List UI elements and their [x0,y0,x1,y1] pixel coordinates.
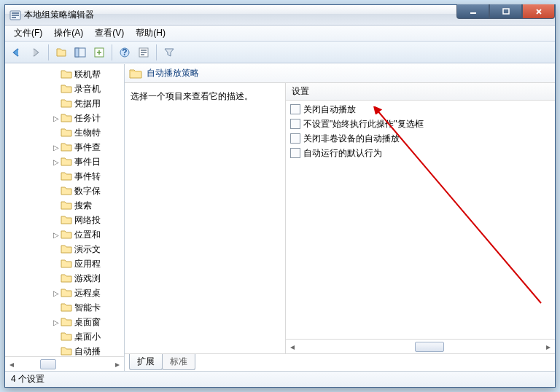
minimize-button[interactable] [456,4,489,19]
forward-button[interactable] [27,44,44,61]
tree-item[interactable]: ▷任务计 [5,111,124,125]
scroll-right-icon[interactable]: ▸ [111,358,124,371]
app-icon [9,9,21,21]
folder-icon [129,68,142,79]
tree-item-label: 自动播 [74,345,101,357]
tree-item-label: 游戏浏 [74,273,101,285]
tree-item-label: 演示文 [74,243,101,256]
svg-rect-5 [503,9,509,14]
export-button[interactable] [90,44,108,61]
tree-item-label: 位置和 [74,229,101,241]
folder-icon [61,230,72,240]
tree-item[interactable]: 自动播 [5,344,124,356]
svg-rect-3 [12,17,16,18]
expand-icon[interactable]: ▷ [52,158,61,166]
expand-icon[interactable]: ▷ [52,289,61,297]
show-hide-tree-button[interactable] [71,44,89,61]
close-button[interactable] [522,4,555,19]
list-row-label: 关闭非卷设备的自动播放 [303,133,400,145]
menu-file[interactable]: 文件(F) [8,26,48,41]
titlebar[interactable]: 本地组策略编辑器 [5,5,555,26]
scroll-left-icon[interactable]: ◂ [286,342,299,352]
folder-icon [61,98,72,109]
folder-icon [61,302,72,313]
tree-scroll[interactable]: 联机帮录音机凭据用▷任务计生物特▷事件查▷事件日事件转数字保搜索网络投▷位置和演… [5,64,124,356]
scroll-left-icon[interactable]: ◂ [5,358,18,371]
detail-pane: 自动播放策略 选择一个项目来查看它的描述。 设置 关闭自动播放不设置"始终执 [125,64,555,371]
detail-horizontal-scrollbar[interactable]: ◂ ▸ [286,339,555,353]
tree-item-label: 桌面窗 [74,316,101,329]
tree-item-label: 任务计 [74,112,101,125]
tree-item[interactable]: 网络投 [5,213,124,227]
tree-item-label: 应用程 [74,258,101,270]
svg-text:?: ? [122,47,127,58]
tree-item[interactable]: ▷桌面窗 [5,315,124,329]
tree-item-label: 搜索 [74,200,92,212]
tree-item[interactable]: 生物特 [5,125,124,140]
tree-item[interactable]: 数字保 [5,184,124,198]
detail-tabs: 扩展 标准 [125,353,555,371]
tree-item[interactable]: 演示文 [5,242,124,256]
maximize-button[interactable] [489,4,522,19]
properties-button[interactable] [135,44,152,61]
tree-item[interactable]: 搜索 [5,198,124,213]
tree-item[interactable]: 凭据用 [5,96,124,111]
tree-item-label: 凭据用 [74,98,101,110]
column-header[interactable]: 设置 [286,83,555,101]
folder-icon [61,128,72,138]
list-row[interactable]: 不设置"始终执行此操作"复选框 [286,117,555,131]
folder-icon [61,259,72,269]
tree-item[interactable]: 游戏浏 [5,271,124,286]
expand-icon[interactable]: ▷ [52,144,61,152]
tab-standard[interactable]: 标准 [162,354,195,370]
expand-icon[interactable]: ▷ [52,318,61,326]
folder-icon [61,157,72,167]
folder-icon [61,288,72,298]
tree-item[interactable]: ▷位置和 [5,227,124,242]
tree-item[interactable]: 录音机 [5,82,124,96]
filter-button[interactable] [160,44,178,61]
tab-extended[interactable]: 扩展 [129,354,163,370]
folder-icon [61,273,72,283]
menu-view[interactable]: 查看(V) [89,26,130,41]
scroll-thumb[interactable] [415,342,444,352]
expand-icon[interactable]: ▷ [52,231,61,239]
tree-item[interactable]: 事件转 [5,169,124,184]
tree-item[interactable]: 桌面小 [5,329,124,344]
tree-item[interactable]: 智能卡 [5,300,124,315]
folder-icon [61,317,72,327]
menu-help[interactable]: 帮助(H) [130,26,171,41]
list-row[interactable]: 自动运行的默认行为 [286,146,555,160]
tree-item-label: 远程桌 [74,287,101,299]
status-bar: 4 个设置 [5,371,555,387]
folder-icon [61,69,72,79]
tree-item[interactable]: ▷远程桌 [5,286,124,300]
menu-action[interactable]: 操作(A) [48,26,89,41]
help-button[interactable]: ? [116,44,133,61]
tree-item-label: 桌面小 [74,331,101,343]
tree-item-label: 生物特 [74,127,101,139]
tree-item-label: 数字保 [74,185,101,197]
content-area: 联机帮录音机凭据用▷任务计生物特▷事件查▷事件日事件转数字保搜索网络投▷位置和演… [5,63,555,371]
description-column: 选择一个项目来查看它的描述。 [125,83,285,353]
tree-horizontal-scrollbar[interactable]: ◂ ▸ [5,356,124,371]
scroll-thumb[interactable] [40,359,56,369]
menubar: 文件(F) 操作(A) 查看(V) 帮助(H) [5,26,555,42]
tree-item[interactable]: ▷事件查 [5,140,124,154]
scroll-right-icon[interactable]: ▸ [542,342,555,352]
list-row-label: 不设置"始终执行此操作"复选框 [303,118,424,130]
tree-item[interactable]: 应用程 [5,256,124,271]
expand-icon[interactable]: ▷ [52,114,61,122]
list-row[interactable]: 关闭非卷设备的自动播放 [286,131,555,146]
setting-icon [290,133,300,144]
svg-rect-2 [12,15,19,16]
tree-item[interactable]: 联机帮 [5,67,124,82]
svg-rect-13 [141,52,147,53]
svg-rect-14 [141,54,144,55]
setting-icon [290,104,300,114]
list-row[interactable]: 关闭自动播放 [286,102,555,117]
detail-title: 自动播放策略 [147,67,199,79]
up-button[interactable] [52,44,70,61]
tree-item[interactable]: ▷事件日 [5,154,124,169]
back-button[interactable] [8,44,26,61]
